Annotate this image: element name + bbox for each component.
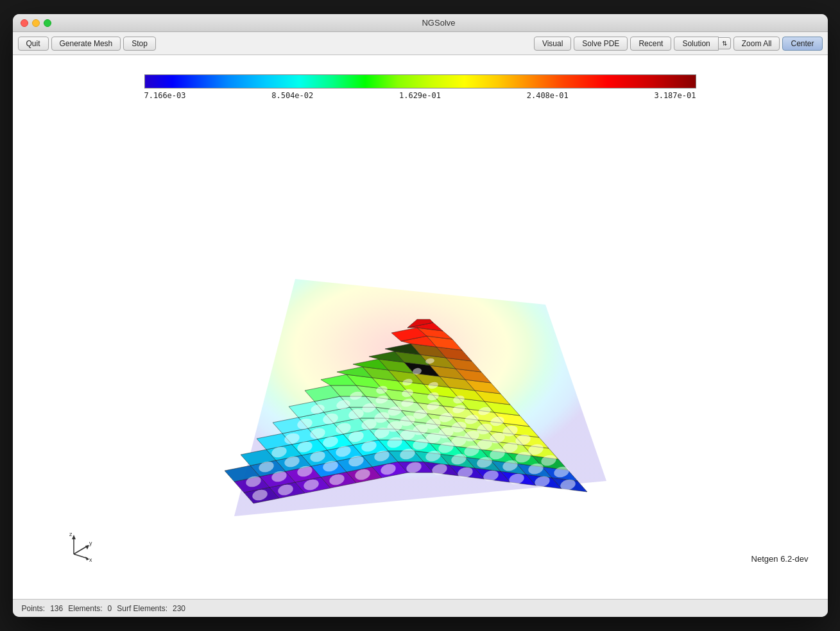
svg-text:z: z [69,532,73,537]
svg-text:x: x [89,557,92,563]
status-bar: Points: 136 Elements: 0 Surf Elements: 2… [13,599,828,617]
solution-dropdown-button[interactable]: ⇅ [719,37,731,49]
toolbar: Quit Generate Mesh Stop Visual Solve PDE… [13,32,828,55]
version-label: Netgen 6.2-dev [751,554,809,564]
elements-label: Elements: [68,604,102,613]
title-bar: NGSolve [13,14,828,32]
elements-value: 0 [108,604,112,613]
colorbar-q1: 8.504e-02 [271,91,313,100]
mesh-svg [189,144,651,542]
main-viewport[interactable]: 7.166e-03 8.504e-02 1.629e-01 2.408e-01 … [13,55,828,599]
svg-marker-212 [72,535,76,539]
axis-indicator: z y x [61,532,99,564]
surf-elements-label: Surf Elements: [117,604,167,613]
traffic-lights [21,19,51,27]
colorbar-q3: 2.408e-01 [527,91,569,100]
colorbar-max: 3.187e-01 [654,91,696,100]
main-window: NGSolve Quit Generate Mesh Stop Visual S… [13,14,828,617]
solution-group: Solution ⇅ [674,37,730,51]
quit-button[interactable]: Quit [18,37,49,51]
maximize-button[interactable] [44,19,51,27]
solution-button[interactable]: Solution [674,37,718,51]
recent-button[interactable]: Recent [630,37,671,51]
points-label: Points: [22,604,46,613]
solve-pde-button[interactable]: Solve PDE [574,37,628,51]
surf-elements-value: 230 [173,604,185,613]
stop-button[interactable]: Stop [123,37,156,51]
points-value: 136 [50,604,63,613]
colorbar-min: 7.166e-03 [144,91,186,100]
svg-text:y: y [89,540,92,546]
colorbar-labels: 7.166e-03 8.504e-02 1.629e-01 2.408e-01 … [144,91,696,100]
generate-mesh-button[interactable]: Generate Mesh [51,37,121,51]
colorbar [144,74,696,88]
colorbar-mid: 1.629e-01 [399,91,441,100]
colorbar-container: 7.166e-03 8.504e-02 1.629e-01 2.408e-01 … [144,74,696,100]
visual-button[interactable]: Visual [534,37,571,51]
zoom-all-button[interactable]: Zoom All [733,37,780,51]
mesh-canvas[interactable] [13,113,828,573]
close-button[interactable] [21,19,28,27]
center-button[interactable]: Center [782,37,822,51]
svg-line-213 [74,546,88,554]
window-title: NGSolve [58,18,820,28]
minimize-button[interactable] [32,19,40,27]
